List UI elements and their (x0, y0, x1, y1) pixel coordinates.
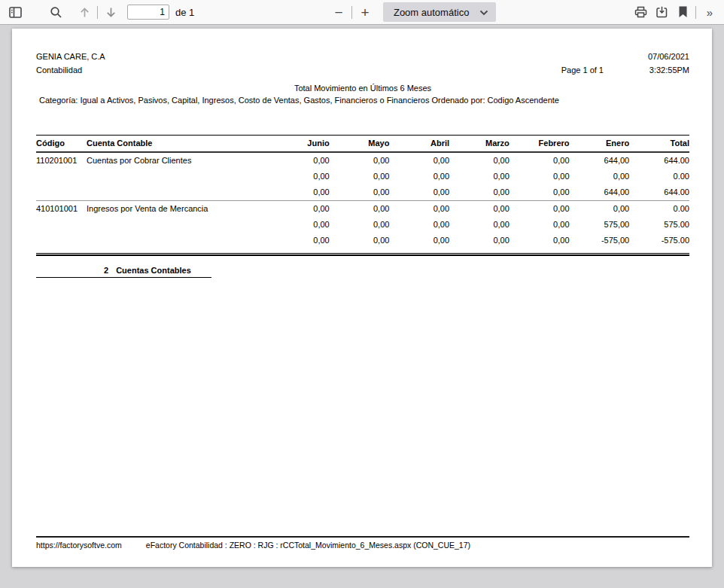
value-cell: 575.00 (629, 217, 689, 233)
value-cell: 0,00 (330, 217, 390, 233)
value-cell: 0,00 (269, 201, 330, 218)
zoom-level-select[interactable]: Zoom automático (383, 2, 496, 22)
value-cell: 0,00 (510, 169, 570, 184)
table-row: 410101001Ingresos por Venta de Mercancia… (36, 201, 689, 218)
value-cell: 0,00 (510, 184, 570, 201)
toolbar-separator (351, 6, 352, 19)
column-header: Código (36, 136, 87, 153)
sidebar-toggle-button[interactable] (5, 2, 26, 22)
column-header: Febrero (510, 136, 570, 153)
value-cell: 0,00 (389, 201, 449, 218)
code-cell (36, 217, 87, 233)
toolbar-separator (695, 6, 696, 19)
account-cell (87, 233, 269, 248)
save-button[interactable] (651, 2, 672, 22)
next-page-button[interactable] (100, 2, 121, 22)
value-cell: 0,00 (570, 201, 630, 218)
table-row (36, 248, 689, 260)
value-cell: 0,00 (330, 233, 390, 248)
value-cell: 0,00 (389, 152, 449, 169)
code-cell: 410101001 (36, 201, 87, 218)
footer-info: eFactory Contabilidad : ZERO : RJG : rCC… (146, 540, 470, 550)
value-cell: 0,00 (269, 184, 330, 201)
report-category-line: Categoría: Igual a Activos, Pasivos, Cap… (36, 94, 689, 107)
report-time: 3:32:55PM (605, 63, 689, 77)
code-cell (36, 184, 87, 201)
value-cell: 644.00 (629, 152, 689, 169)
table-row: 0,000,000,000,000,00-575,00-575.00 (36, 233, 689, 248)
value-cell: 575,00 (570, 217, 630, 233)
find-button[interactable] (45, 2, 66, 22)
value-cell: 0,00 (330, 152, 390, 169)
column-header: Mayo (330, 136, 390, 153)
toolbar-separator (97, 6, 98, 19)
value-cell: 0,00 (449, 184, 510, 201)
report-table: CódigoCuenta ContableJunioMayoAbrilMarzo… (36, 135, 689, 260)
header-row-1: GENIA CARE, C.A 07/06/2021 (36, 50, 689, 63)
value-cell: 0,00 (449, 152, 510, 169)
code-cell (36, 169, 87, 184)
value-cell: 644.00 (629, 184, 689, 201)
toolbar-zoom-group: − + Zoom automático (328, 2, 496, 22)
value-cell: 0,00 (269, 152, 330, 169)
toolbar-left-group: de 1 (5, 2, 194, 22)
table-row: 110201001Cuentas por Cobrar Clientes0,00… (36, 152, 689, 169)
report-date: 07/06/2021 (605, 50, 689, 63)
grand-total-rule (36, 253, 689, 256)
zoom-in-button[interactable]: + (354, 2, 376, 22)
column-header: Total (629, 136, 689, 153)
minus-icon: − (334, 5, 342, 20)
value-cell: -575,00 (570, 233, 630, 248)
value-cell: 0.00 (629, 201, 689, 218)
header-row-2: Contabilidad Page 1 of 1 3:32:55PM (36, 63, 689, 77)
accounts-count: 2 (104, 266, 108, 275)
chevron-down-icon (479, 7, 488, 18)
table-body: 110201001Cuentas por Cobrar Clientes0,00… (36, 152, 689, 260)
bookmark-icon (678, 6, 688, 18)
value-cell: 0,00 (449, 233, 510, 248)
value-cell: 0,00 (570, 169, 630, 184)
grand-total-rule-cell (36, 248, 689, 260)
page-number-input[interactable] (127, 5, 169, 20)
value-cell: 0,00 (449, 201, 510, 218)
sidebar-toggle-icon (9, 7, 22, 18)
previous-page-button[interactable] (74, 2, 95, 22)
value-cell: 0,00 (510, 201, 570, 218)
column-header: Junio (269, 136, 330, 153)
toolbar-right-group: » (630, 2, 719, 22)
value-cell: 0.00 (629, 169, 689, 184)
module-name: Contabilidad (36, 63, 561, 77)
arrow-up-icon (79, 7, 90, 18)
summary-rule (36, 277, 211, 278)
value-cell: 644,00 (570, 184, 630, 201)
account-cell (87, 184, 269, 201)
table-row: 0,000,000,000,000,00575,00575.00 (36, 217, 689, 233)
footer-rule (36, 536, 689, 538)
column-header: Marzo (449, 136, 510, 153)
accounts-summary: 2Cuentas Contables (36, 260, 689, 277)
value-cell: 0,00 (510, 217, 570, 233)
document-footer: https://factorysoftve.com eFactory Conta… (36, 536, 689, 550)
current-view-button[interactable] (672, 2, 693, 22)
value-cell: 0,00 (449, 169, 510, 184)
more-tools-button[interactable]: » (698, 2, 719, 22)
column-header: Cuenta Contable (87, 136, 269, 153)
pdf-toolbar: de 1 − + Zoom automático (0, 0, 724, 25)
account-cell: Cuentas por Cobrar Clientes (87, 152, 269, 169)
table-row: 0,000,000,000,000,00644,00644.00 (36, 184, 689, 201)
zoom-level-value: Zoom automático (394, 7, 469, 18)
value-cell: 0,00 (389, 217, 449, 233)
report-title: Total Movimiento en Últimos 6 Meses (36, 82, 689, 94)
value-cell: 0,00 (510, 152, 570, 169)
print-button[interactable] (630, 2, 651, 22)
value-cell: 0,00 (389, 233, 449, 248)
double-chevron-icon: » (707, 6, 711, 19)
value-cell: 0,00 (269, 169, 330, 184)
code-cell: 110201001 (36, 152, 87, 169)
pdf-page: GENIA CARE, C.A 07/06/2021 Contabilidad … (12, 29, 712, 567)
zoom-out-button[interactable]: − (328, 2, 349, 22)
account-cell: Ingresos por Venta de Mercancia (87, 201, 269, 218)
code-cell (36, 233, 87, 248)
footer-url: https://factorysoftve.com (36, 540, 122, 550)
value-cell: 0,00 (330, 201, 390, 218)
